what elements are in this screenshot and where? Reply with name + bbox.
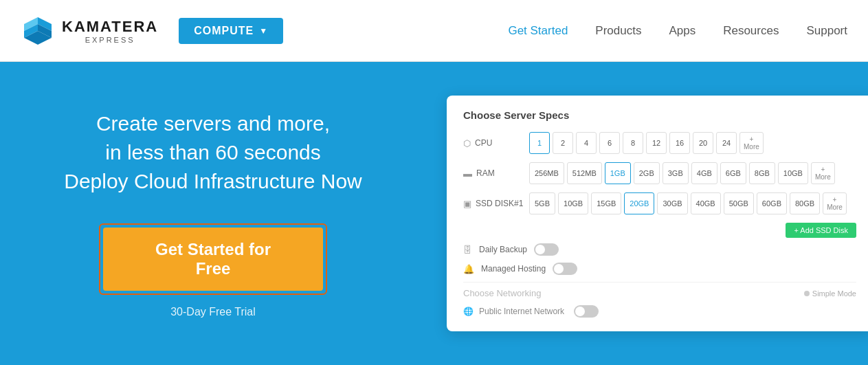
backup-icon: 🗄 <box>463 245 472 255</box>
ram-opt-1gb[interactable]: 1GB <box>605 162 631 184</box>
ssd-opt-5gb[interactable]: 5GB <box>529 192 555 214</box>
nav-get-started[interactable]: Get Started <box>508 24 568 38</box>
ram-row: ▬ RAM 256MB 512MB 1GB 2GB 3GB 4GB 6GB 8G… <box>463 162 856 184</box>
networking-label: Choose Networking <box>463 288 541 298</box>
daily-backup-label: Daily Backup <box>479 245 527 254</box>
card-title: Choose Server Specs <box>463 109 856 121</box>
hosting-icon: 🔔 <box>463 264 474 274</box>
cpu-opt-4[interactable]: 4 <box>576 132 597 154</box>
cpu-opt-16[interactable]: 16 <box>669 132 690 154</box>
managed-hosting-row: 🔔 Managed Hosting <box>463 263 856 275</box>
simple-mode: Simple Mode <box>804 289 856 298</box>
ssd-label: ▣ SSD DISK#1 <box>463 199 525 209</box>
network-icon: 🌐 <box>463 307 474 316</box>
ram-opt-6gb[interactable]: 6GB <box>720 162 746 184</box>
ram-opt-3gb[interactable]: 3GB <box>663 162 689 184</box>
ssd-opt-60gb[interactable]: 60GB <box>757 192 787 214</box>
server-spec-card: Choose Server Specs ⬡ CPU 1 2 4 6 8 12 1… <box>447 96 868 331</box>
ssd-row: ▣ SSD DISK#1 5GB 10GB 15GB 20GB 30GB 40G… <box>463 192 856 214</box>
ram-opt-512mb[interactable]: 512MB <box>567 162 602 184</box>
cpu-opt-2[interactable]: 2 <box>553 132 573 154</box>
ram-icon: ▬ <box>463 168 472 179</box>
logo-sub: EXPRESS <box>62 36 158 44</box>
daily-backup-row: 🗄 Daily Backup <box>463 243 856 256</box>
networking-row: Choose Networking Simple Mode <box>463 282 856 298</box>
get-started-button[interactable]: Get Started for Free <box>103 228 323 291</box>
managed-hosting-label: Managed Hosting <box>481 264 546 274</box>
add-disk-row: + Add SSD Disk <box>463 223 856 238</box>
logo-text: KAMATERA EXPRESS <box>62 18 158 44</box>
ram-opt-256mb[interactable]: 256MB <box>529 162 564 184</box>
nav-support[interactable]: Support <box>806 24 847 38</box>
cpu-label: ⬡ CPU <box>463 138 525 148</box>
cpu-opt-more[interactable]: +More <box>739 132 764 154</box>
ram-label: ▬ RAM <box>463 168 525 179</box>
ssd-options: 5GB 10GB 15GB 20GB 30GB 40GB 50GB 60GB 8… <box>529 192 847 214</box>
nav-resources[interactable]: Resources <box>723 24 779 38</box>
ssd-opt-40gb[interactable]: 40GB <box>691 192 721 214</box>
chevron-down-icon: ▼ <box>259 26 268 36</box>
ram-opt-2gb[interactable]: 2GB <box>634 162 660 184</box>
cpu-opt-24[interactable]: 24 <box>716 132 737 154</box>
ram-options: 256MB 512MB 1GB 2GB 3GB 4GB 6GB 8GB 10GB… <box>529 162 835 184</box>
ssd-opt-15gb[interactable]: 15GB <box>591 192 621 214</box>
nav-apps[interactable]: Apps <box>669 24 695 38</box>
cpu-opt-6[interactable]: 6 <box>599 132 620 154</box>
hero-panel: Create servers and more, in less than 60… <box>0 62 426 365</box>
cpu-opt-8[interactable]: 8 <box>623 132 643 154</box>
public-network-row: 🌐 Public Internet Network <box>463 305 856 318</box>
compute-dropdown-button[interactable]: COMPUTE ▼ <box>179 18 283 44</box>
add-ssd-disk-button[interactable]: + Add SSD Disk <box>786 223 856 238</box>
ssd-opt-30gb[interactable]: 30GB <box>657 192 687 214</box>
cpu-options: 1 2 4 6 8 12 16 20 24 +More <box>529 132 764 154</box>
public-network-toggle[interactable] <box>574 305 599 318</box>
main-nav: Get Started Products Apps Resources Supp… <box>508 24 847 38</box>
cpu-row: ⬡ CPU 1 2 4 6 8 12 16 20 24 +More <box>463 132 856 154</box>
ssd-opt-20gb[interactable]: 20GB <box>624 192 654 214</box>
public-network-label: Public Internet Network <box>479 307 564 316</box>
server-spec-panel: Choose Server Specs ⬡ CPU 1 2 4 6 8 12 1… <box>426 62 868 365</box>
ram-opt-4gb[interactable]: 4GB <box>691 162 717 184</box>
ssd-opt-more[interactable]: +More <box>823 192 847 214</box>
ram-opt-10gb[interactable]: 10GB <box>778 162 808 184</box>
compute-label: COMPUTE <box>194 25 254 37</box>
ssd-opt-80gb[interactable]: 80GB <box>790 192 820 214</box>
managed-hosting-toggle[interactable] <box>553 263 577 275</box>
kamatera-logo-icon <box>21 14 55 48</box>
main-content: Create servers and more, in less than 60… <box>0 62 868 365</box>
ssd-icon: ▣ <box>463 199 471 209</box>
ssd-opt-10gb[interactable]: 10GB <box>558 192 588 214</box>
simple-mode-dot <box>804 291 810 296</box>
cpu-opt-12[interactable]: 12 <box>646 132 667 154</box>
nav-products[interactable]: Products <box>595 24 641 38</box>
ram-opt-more[interactable]: +More <box>811 162 835 184</box>
hero-text: Create servers and more, in less than 60… <box>64 109 362 196</box>
logo-area: KAMATERA EXPRESS <box>21 14 158 48</box>
cpu-opt-20[interactable]: 20 <box>693 132 713 154</box>
logo-name: KAMATERA <box>62 18 158 36</box>
cpu-opt-1[interactable]: 1 <box>529 132 550 154</box>
ssd-opt-50gb[interactable]: 50GB <box>724 192 754 214</box>
cta-button-wrapper: Get Started for Free <box>99 223 327 295</box>
header: KAMATERA EXPRESS COMPUTE ▼ Get Started P… <box>0 0 868 62</box>
daily-backup-toggle[interactable] <box>534 243 559 256</box>
trial-text: 30-Day Free Trial <box>170 306 256 318</box>
ram-opt-8gb[interactable]: 8GB <box>749 162 775 184</box>
cpu-icon: ⬡ <box>463 138 471 148</box>
